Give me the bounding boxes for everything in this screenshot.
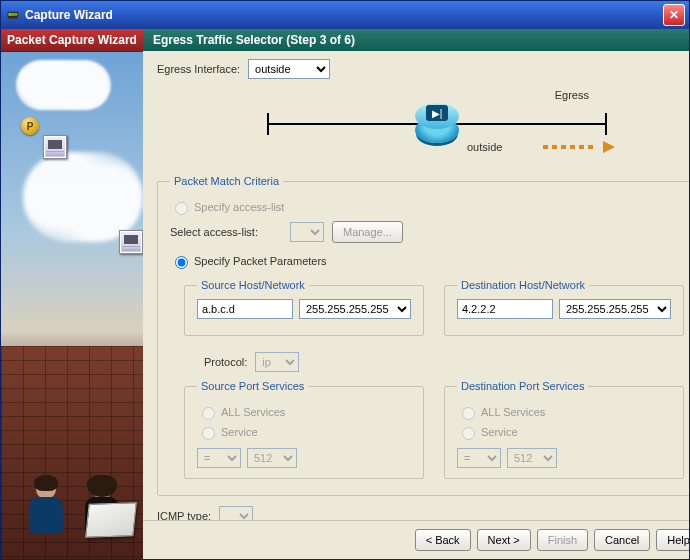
arrow-right-icon [543, 141, 615, 153]
opt-specify-access-list: Specify access-list [170, 199, 684, 215]
app-icon: 📟 [5, 7, 21, 23]
sps-service-label: Service [221, 426, 258, 438]
dps-port-row: = 512 [457, 448, 671, 468]
close-button[interactable]: ✕ [663, 4, 685, 26]
egress-diagram-label: Egress [555, 89, 589, 101]
select-access-list-select [290, 222, 324, 242]
sps-service-radio [202, 427, 215, 440]
opt-specify-access-list-radio [175, 202, 188, 215]
destination-host-input[interactable] [457, 299, 553, 319]
laptop-icon [85, 502, 137, 538]
dps-service-radio [462, 427, 475, 440]
opt-specify-packet-parameters-radio[interactable] [175, 256, 188, 269]
packet-match-criteria-legend: Packet Match Criteria [170, 175, 283, 187]
icmp-type-row: ICMP type: [157, 506, 689, 520]
sps-all-services-radio [202, 407, 215, 420]
dps-all-services-radio [462, 407, 475, 420]
sps-port-select: 512 [247, 448, 297, 468]
source-host-input[interactable] [197, 299, 293, 319]
dps-all-services: ALL Services [457, 404, 671, 420]
opt-specify-packet-parameters-label: Specify Packet Parameters [194, 255, 327, 267]
protocol-row: Protocol: ip [170, 352, 684, 372]
cancel-button[interactable]: Cancel [594, 529, 650, 551]
p-badge-icon: P [21, 117, 39, 135]
opt-specify-access-list-label: Specify access-list [194, 201, 284, 213]
step-header: Egress Traffic Selector (Step 3 of 6) [143, 29, 689, 51]
destination-host-network-group: Destination Host/Network 255.255.255.255 [444, 279, 684, 336]
protocol-select: ip [255, 352, 299, 372]
destination-host-network-legend: Destination Host/Network [457, 279, 589, 291]
egress-interface-name: outside [467, 141, 502, 153]
icmp-type-select [219, 506, 253, 520]
router-icon: ▶| [415, 103, 459, 143]
next-button[interactable]: Next > [477, 529, 531, 551]
window-body: Packet Capture Wizard P Egress Traffic S… [1, 29, 689, 559]
icmp-type-label: ICMP type: [157, 510, 211, 520]
dps-all-services-label: ALL Services [481, 406, 545, 418]
dps-service: Service [457, 424, 671, 440]
help-button[interactable]: Help [656, 529, 689, 551]
content: Egress Interface: outside Egress ▶| outs… [143, 51, 689, 520]
opt-specify-packet-parameters[interactable]: Specify Packet Parameters [170, 253, 684, 269]
window: 📟 Capture Wizard ✕ Packet Capture Wizard… [0, 0, 690, 560]
window-title: Capture Wizard [25, 8, 663, 22]
source-host-network-legend: Source Host/Network [197, 279, 309, 291]
dps-operator-select: = [457, 448, 501, 468]
packet-match-criteria-group: Packet Match Criteria Specify access-lis… [157, 175, 689, 496]
computer-icon [43, 135, 67, 159]
destination-mask-select[interactable]: 255.255.255.255 [559, 299, 671, 319]
wizard-footer: < Back Next > Finish Cancel Help [143, 520, 689, 559]
back-button[interactable]: < Back [415, 529, 471, 551]
protocol-label: Protocol: [204, 356, 247, 368]
sps-port-row: = 512 [197, 448, 411, 468]
egress-interface-row: Egress Interface: outside [157, 59, 689, 79]
sidebar: Packet Capture Wizard P [1, 29, 143, 559]
main-panel: Egress Traffic Selector (Step 3 of 6) Eg… [143, 29, 689, 559]
egress-diagram: Egress ▶| outside [267, 85, 607, 165]
sidebar-image: P [1, 52, 143, 559]
source-mask-select[interactable]: 255.255.255.255 [299, 299, 411, 319]
destination-port-services-legend: Destination Port Services [457, 380, 589, 392]
computer-icon [119, 230, 143, 254]
dps-port-select: 512 [507, 448, 557, 468]
source-port-services-group: Source Port Services ALL Services Servic… [184, 380, 424, 479]
source-port-services-legend: Source Port Services [197, 380, 308, 392]
titlebar: 📟 Capture Wizard ✕ [1, 1, 689, 29]
sidebar-header: Packet Capture Wizard [1, 29, 143, 52]
finish-button: Finish [537, 529, 588, 551]
egress-interface-label: Egress Interface: [157, 63, 240, 75]
destination-port-services-group: Destination Port Services ALL Services S… [444, 380, 684, 479]
source-host-network-group: Source Host/Network 255.255.255.255 [184, 279, 424, 336]
select-access-list-row: Select access-list: Manage... [170, 221, 684, 243]
dps-service-label: Service [481, 426, 518, 438]
egress-interface-select[interactable]: outside [248, 59, 330, 79]
manage-access-list-button: Manage... [332, 221, 403, 243]
sps-operator-select: = [197, 448, 241, 468]
select-access-list-label: Select access-list: [170, 226, 258, 238]
sps-all-services: ALL Services [197, 404, 411, 420]
sps-service: Service [197, 424, 411, 440]
person-icon [23, 477, 69, 549]
sps-all-services-label: ALL Services [221, 406, 285, 418]
